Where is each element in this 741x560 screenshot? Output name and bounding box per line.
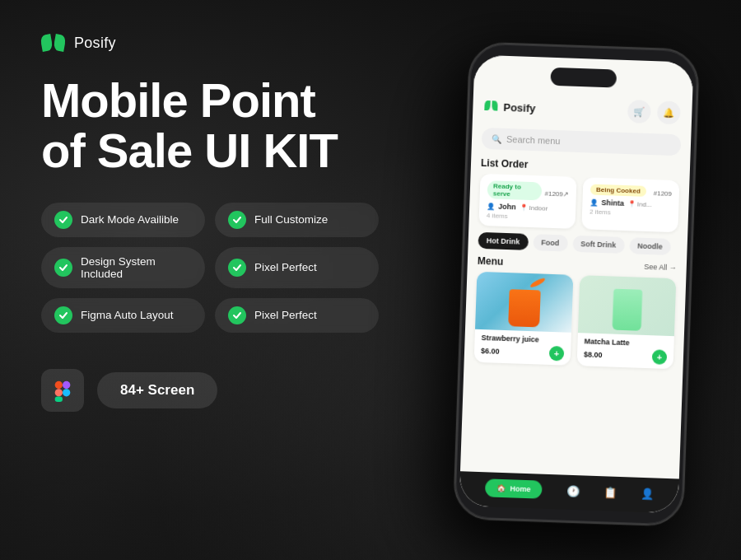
phone-mockup: Posify 🛒 🔔 🔍 Search menu bbox=[453, 41, 700, 526]
order-meta-1: 📍 Ind... bbox=[627, 200, 652, 208]
svg-rect-1 bbox=[55, 389, 63, 396]
order-detail-row-0: 👤 John 📍 Indoor bbox=[487, 202, 568, 212]
svg-rect-5 bbox=[55, 396, 63, 402]
feature-label-3: Pixel Perfect bbox=[254, 261, 317, 273]
svg-rect-2 bbox=[63, 381, 70, 389]
menu-card-price-row-0: $6.00 + bbox=[481, 343, 565, 362]
screen-content: Posify 🛒 🔔 🔍 Search menu bbox=[459, 55, 694, 514]
order-badge-0: Ready to serve bbox=[487, 180, 542, 200]
menu-card-price-row-1: $8.00 + bbox=[584, 347, 668, 365]
svg-rect-0 bbox=[55, 381, 63, 389]
left-panel: Posify Mobile Point of Sale UI KIT Dark … bbox=[0, 0, 412, 560]
order-detail-row-1: 👤 Shinta 📍 Ind... bbox=[590, 198, 671, 209]
feature-label-5: Pixel Perfect bbox=[254, 309, 317, 321]
menu-card-image-1 bbox=[578, 275, 676, 336]
feature-chip-0: Dark Mode Availible bbox=[41, 203, 205, 237]
app-logo-icon bbox=[484, 100, 499, 113]
app-logo-row: Posify bbox=[484, 100, 536, 114]
order-num-1: #1209 bbox=[653, 189, 672, 198]
order-meta-0: 📍 Indoor bbox=[520, 203, 548, 212]
arrow-icon-0: ↗ bbox=[563, 190, 569, 198]
search-icon: 🔍 bbox=[492, 134, 501, 143]
nav-clock[interactable]: 🕐 bbox=[567, 485, 579, 497]
dynamic-island bbox=[550, 68, 617, 88]
app-header: Posify 🛒 🔔 bbox=[473, 55, 694, 132]
menu-grid: Strawberry juice $6.00 + bbox=[464, 271, 687, 369]
phone-frame: Posify 🛒 🔔 🔍 Search menu bbox=[453, 41, 700, 526]
nav-receipt[interactable]: 📋 bbox=[604, 486, 616, 497]
nav-home-label: Home bbox=[510, 484, 530, 493]
logo-row: Posify bbox=[41, 33, 379, 53]
see-all[interactable]: See All → bbox=[644, 263, 677, 272]
order-cards: Ready to serve #1209 ↗ 👤 John 📍 bbox=[468, 173, 689, 239]
cat-pill-2[interactable]: Soft Drink bbox=[572, 236, 625, 254]
app-name: Posify bbox=[503, 100, 536, 114]
cart-icon[interactable]: 🛒 bbox=[627, 100, 651, 124]
order-name-1: Shinta bbox=[601, 198, 624, 208]
menu-card-info-1: Matcha Latte $8.00 + bbox=[577, 333, 674, 369]
cat-pill-0[interactable]: Hot Drink bbox=[478, 232, 528, 250]
right-panel: Posify 🛒 🔔 🔍 Search menu bbox=[412, 0, 741, 560]
feature-label-1: Full Customize bbox=[254, 213, 328, 226]
bell-icon[interactable]: 🔔 bbox=[657, 100, 681, 124]
main-heading: Mobile Point of Sale UI KIT bbox=[41, 76, 379, 176]
feature-label-4: Figma Auto Layout bbox=[81, 309, 174, 321]
feature-label-2: Design System Included bbox=[81, 255, 192, 280]
order-card-0[interactable]: Ready to serve #1209 ↗ 👤 John 📍 bbox=[478, 174, 576, 229]
order-items-0: 4 items bbox=[487, 212, 568, 222]
nav-home[interactable]: 🏠 Home bbox=[485, 478, 543, 498]
logo-text: Posify bbox=[74, 35, 116, 52]
menu-card-name-0: Strawberry juice bbox=[481, 334, 564, 345]
figma-icon bbox=[51, 379, 74, 402]
order-badge-1: Being Cooked bbox=[590, 184, 646, 197]
list-order-title: List Order bbox=[481, 157, 529, 170]
posify-logo-icon bbox=[41, 33, 68, 53]
cat-pill-1[interactable]: Food bbox=[533, 234, 568, 251]
app-header-icons: 🛒 🔔 bbox=[627, 100, 681, 124]
check-icon-1 bbox=[228, 211, 246, 229]
menu-card-name-1: Matcha Latte bbox=[584, 337, 667, 348]
menu-card-price-0: $6.00 bbox=[481, 347, 500, 356]
figma-badge bbox=[41, 369, 84, 412]
home-icon: 🏠 bbox=[496, 484, 506, 492]
add-item-btn-1[interactable]: + bbox=[652, 349, 668, 365]
bottom-nav: 🏠 Home 🕐 📋 👤 bbox=[459, 471, 679, 513]
check-icon-4 bbox=[54, 306, 72, 324]
phone-screen: Posify 🛒 🔔 🔍 Search menu bbox=[459, 55, 694, 514]
check-icon-0 bbox=[54, 211, 72, 229]
bottom-row: 84+ Screen bbox=[41, 369, 379, 412]
order-name-0: John bbox=[498, 203, 516, 212]
menu-card-info-0: Strawberry juice $6.00 + bbox=[474, 329, 571, 366]
add-item-btn-0[interactable]: + bbox=[549, 346, 565, 362]
order-card-1[interactable]: Being Cooked #1209 👤 Shinta 📍 In bbox=[581, 177, 679, 232]
nav-user[interactable]: 👤 bbox=[641, 488, 653, 499]
menu-card-0[interactable]: Strawberry juice $6.00 + bbox=[474, 272, 574, 366]
screen-count: 84+ Screen bbox=[97, 372, 217, 408]
feature-chip-1: Full Customize bbox=[215, 203, 379, 237]
check-icon-2 bbox=[54, 259, 72, 277]
check-icon-5 bbox=[228, 306, 246, 324]
feature-chip-2: Design System Included bbox=[41, 247, 205, 288]
menu-title: Menu bbox=[478, 255, 504, 268]
menu-card-price-1: $8.00 bbox=[584, 350, 603, 359]
feature-chip-4: Figma Auto Layout bbox=[41, 298, 205, 333]
search-placeholder: Search menu bbox=[506, 134, 561, 146]
cat-pill-3[interactable]: Noodle bbox=[629, 237, 671, 255]
menu-card-1[interactable]: Matcha Latte $8.00 + bbox=[577, 275, 677, 369]
check-icon-3 bbox=[228, 259, 246, 277]
menu-card-image-0 bbox=[475, 272, 573, 333]
feature-label-0: Dark Mode Availible bbox=[81, 213, 179, 226]
svg-rect-3 bbox=[63, 389, 70, 396]
order-items-1: 2 items bbox=[590, 208, 671, 218]
order-num-0: #1209 bbox=[544, 189, 563, 198]
search-bar[interactable]: 🔍 Search menu bbox=[482, 128, 682, 156]
features-grid: Dark Mode Availible Full Customize Desig… bbox=[41, 203, 379, 333]
feature-chip-5: Pixel Perfect bbox=[215, 298, 379, 333]
feature-chip-3: Pixel Perfect bbox=[215, 247, 379, 288]
